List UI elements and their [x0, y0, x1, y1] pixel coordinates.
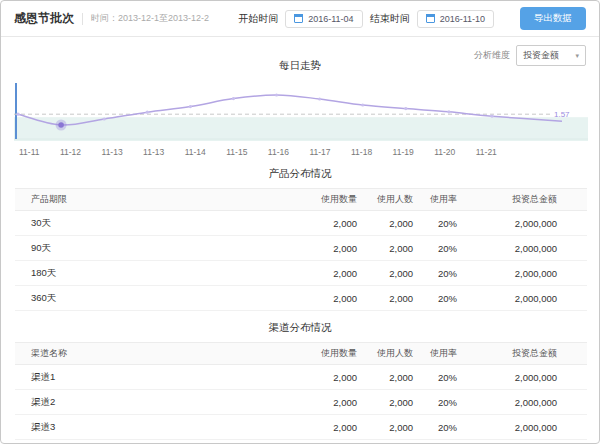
x-axis-label: 11-13 — [102, 147, 123, 157]
column-header: 渠道名称 — [15, 343, 287, 365]
column-header: 投资总金额 — [457, 343, 587, 365]
x-axis-label: 11-16 — [268, 147, 289, 157]
trend-chart-area: 1.57 — [14, 79, 586, 145]
x-axis-label: 11-12 — [60, 147, 81, 157]
row-label-cell: 渠道1 — [15, 365, 287, 390]
end-date-input[interactable]: 2016-11-10 — [417, 10, 494, 28]
value-cell: 20% — [413, 236, 457, 261]
calendar-icon — [294, 14, 303, 23]
start-date-input[interactable]: 2016-11-04 — [285, 10, 362, 28]
value-cell: 2,000,000 — [457, 261, 587, 286]
value-cell: 2,000 — [357, 261, 413, 286]
value-cell: 20% — [413, 415, 457, 440]
value-cell: 2,000 — [287, 211, 357, 236]
end-date-value: 2016-11-10 — [440, 14, 485, 24]
date-range-label: 时间：2013-12-1至2013-12-2 — [91, 12, 209, 25]
value-cell: 20% — [413, 211, 457, 236]
dimension-filter: 分析维度 投资金额 ▾ — [474, 45, 586, 66]
trend-section-header: 每日走势 分析维度 投资金额 ▾ — [1, 45, 599, 77]
row-label-cell: 180天 — [15, 261, 287, 286]
table-row: 360天 2,000 2,000 20% 2,000,000 — [15, 286, 587, 311]
x-axis-label: 11-15 — [226, 147, 247, 157]
dimension-select[interactable]: 投资金额 ▾ — [516, 45, 586, 66]
value-cell: 2,000 — [357, 365, 413, 390]
column-header: 使用率 — [413, 189, 457, 211]
value-cell: 2,000,000 — [457, 365, 587, 390]
value-cell: 20% — [413, 365, 457, 390]
x-axis-label: 11-11 — [19, 147, 39, 157]
value-cell: 2,000 — [287, 390, 357, 415]
row-label-cell: 90天 — [15, 236, 287, 261]
value-cell: 2,000 — [357, 211, 413, 236]
table-header-row: 渠道名称 使用数量 使用人数 使用率 投资总金额 — [15, 343, 587, 365]
top-bar: 感恩节批次 时间：2013-12-1至2013-12-2 开始时间 2016-1… — [1, 1, 599, 37]
dimension-label: 分析维度 — [474, 49, 510, 62]
x-axis-label: 11-14 — [185, 147, 206, 157]
x-axis-label: 11-18 — [351, 147, 372, 157]
table-header-row: 产品期限 使用数量 使用人数 使用率 投资总金额 — [15, 189, 587, 211]
table-row: 30天 2,000 2,000 20% 2,000,000 — [15, 211, 587, 236]
column-header: 使用人数 — [357, 343, 413, 365]
table-row: 渠道3 2,000 2,000 20% 2,000,000 — [15, 415, 587, 440]
value-cell: 2,000,000 — [457, 415, 587, 440]
value-cell: 2,000 — [357, 415, 413, 440]
channel-distribution-table: 渠道名称 使用数量 使用人数 使用率 投资总金额 渠道1 2,000 2,000… — [15, 342, 587, 440]
svg-text:1.57: 1.57 — [554, 110, 570, 119]
x-axis-label: 11-17 — [309, 147, 330, 157]
divider — [82, 13, 83, 25]
value-cell: 2,000,000 — [457, 211, 587, 236]
value-cell: 2,000 — [287, 365, 357, 390]
value-cell: 2,000 — [287, 261, 357, 286]
value-cell: 20% — [413, 261, 457, 286]
row-label-cell: 渠道3 — [15, 415, 287, 440]
calendar-icon — [426, 14, 435, 23]
channel-section-title: 渠道分布情况 — [1, 321, 599, 335]
value-cell: 20% — [413, 286, 457, 311]
export-data-button[interactable]: 导出数据 — [520, 7, 586, 30]
x-axis: 11-1111-1211-1311-1311-1411-1511-1611-17… — [19, 147, 497, 157]
value-cell: 2,000 — [357, 236, 413, 261]
value-cell: 2,000,000 — [457, 236, 587, 261]
table-row: 90天 2,000 2,000 20% 2,000,000 — [15, 236, 587, 261]
row-label-cell: 渠道2 — [15, 390, 287, 415]
column-header: 使用数量 — [287, 189, 357, 211]
trend-line-chart[interactable]: 1.57 — [14, 79, 588, 145]
page-title: 感恩节批次 — [14, 10, 74, 27]
value-cell: 2,000,000 — [457, 286, 587, 311]
start-date-label: 开始时间 — [238, 12, 278, 26]
value-cell: 2,000 — [357, 286, 413, 311]
value-cell: 2,000 — [287, 286, 357, 311]
product-section-title: 产品分布情况 — [1, 167, 599, 181]
value-cell: 2,000 — [287, 415, 357, 440]
column-header: 使用数量 — [287, 343, 357, 365]
value-cell: 2,000 — [287, 236, 357, 261]
product-distribution-table: 产品期限 使用数量 使用人数 使用率 投资总金额 30天 2,000 2,000… — [15, 188, 587, 311]
row-label-cell: 30天 — [15, 211, 287, 236]
x-axis-label: 11-21 — [476, 147, 497, 157]
value-cell: 2,000 — [357, 390, 413, 415]
value-cell: 2,000,000 — [457, 390, 587, 415]
chevron-down-icon: ▾ — [575, 52, 579, 59]
row-label-cell: 360天 — [15, 286, 287, 311]
table-row: 渠道2 2,000 2,000 20% 2,000,000 — [15, 390, 587, 415]
x-axis-label: 11-13 — [143, 147, 164, 157]
value-cell: 20% — [413, 390, 457, 415]
end-date-label: 结束时间 — [370, 12, 410, 26]
x-axis-label: 11-20 — [434, 147, 455, 157]
dimension-selected-value: 投资金额 — [523, 49, 559, 62]
table-row: 180天 2,000 2,000 20% 2,000,000 — [15, 261, 587, 286]
column-header: 使用人数 — [357, 189, 413, 211]
x-axis-label: 11-19 — [393, 147, 414, 157]
dashboard-page: 感恩节批次 时间：2013-12-1至2013-12-2 开始时间 2016-1… — [0, 0, 600, 444]
column-header: 产品期限 — [15, 189, 287, 211]
column-header: 投资总金额 — [457, 189, 587, 211]
table-row: 渠道1 2,000 2,000 20% 2,000,000 — [15, 365, 587, 390]
start-date-value: 2016-11-04 — [308, 14, 353, 24]
column-header: 使用率 — [413, 343, 457, 365]
date-filter-controls: 开始时间 2016-11-04 结束时间 2016-11-10 — [238, 10, 494, 28]
